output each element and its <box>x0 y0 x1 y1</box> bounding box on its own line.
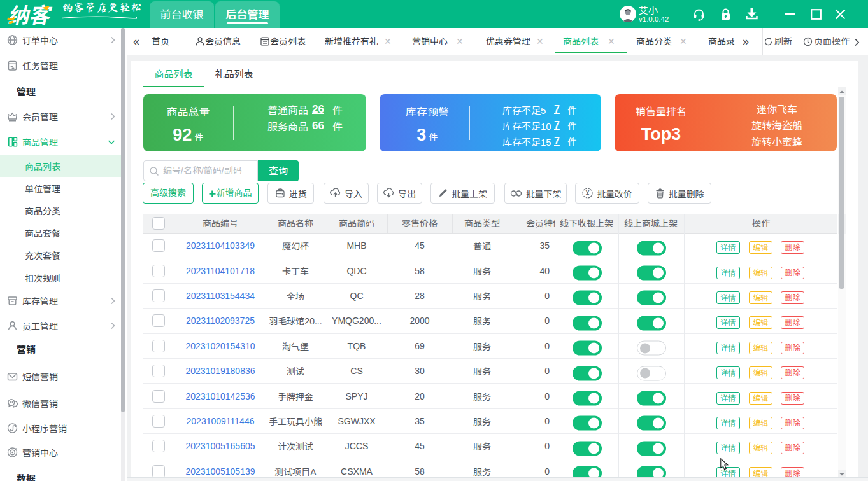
svg-text:¥: ¥ <box>586 190 590 197</box>
